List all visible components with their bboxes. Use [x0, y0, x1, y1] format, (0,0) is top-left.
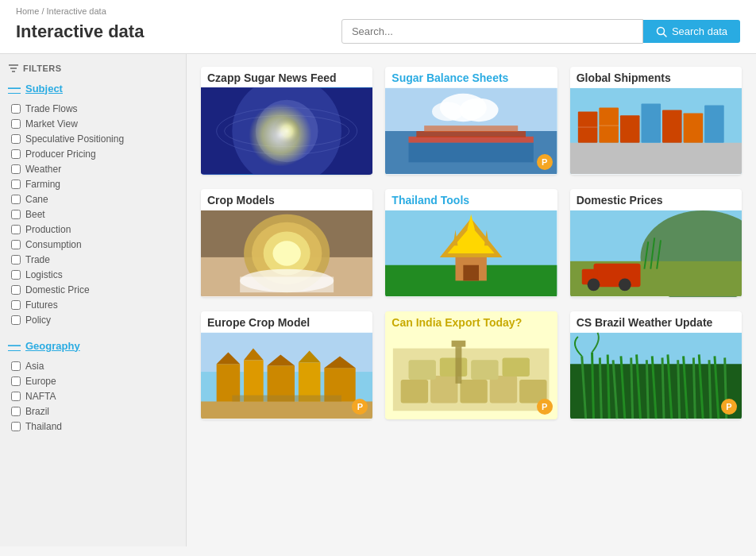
sugar-balance-svg — [385, 87, 557, 175]
checkbox-brazil[interactable] — [11, 407, 21, 416]
svg-rect-82 — [471, 360, 498, 380]
svg-rect-25 — [620, 115, 640, 142]
card-thailand-tools-image — [385, 210, 557, 297]
filter-section-subject: — Subject Trade Flows Market View Specul… — [8, 81, 178, 327]
svg-rect-27 — [662, 110, 682, 142]
card-thailand-tools[interactable]: Thailand Tools — [385, 189, 557, 297]
svg-rect-78 — [490, 376, 517, 403]
geography-filter-item: Asia — [8, 359, 178, 373]
svg-rect-76 — [430, 376, 457, 403]
card-domestic-prices-image — [570, 210, 742, 297]
svg-rect-77 — [461, 380, 488, 403]
svg-rect-24 — [599, 108, 619, 143]
geography-filter-item: Europe — [8, 374, 178, 388]
checkbox-farming[interactable] — [11, 180, 21, 189]
card-thailand-tools-wrapper — [385, 210, 557, 297]
subject-filter-item: Logistics — [8, 268, 178, 282]
card-global-shipments[interactable]: Global Shipments — [570, 67, 742, 175]
svg-rect-80 — [409, 360, 436, 380]
subject-filter-item: Trade — [8, 253, 178, 267]
checkbox-speculative[interactable] — [11, 134, 21, 144]
svg-rect-85 — [452, 341, 466, 347]
svg-line-89 — [592, 353, 593, 419]
geography-filter-item: Thailand — [8, 419, 178, 434]
checkbox-trade-flows[interactable] — [11, 104, 21, 114]
checkbox-beet[interactable] — [11, 210, 21, 219]
svg-rect-83 — [503, 357, 530, 376]
checkbox-consumption[interactable] — [11, 240, 21, 249]
card-sugar-balance-image — [385, 87, 557, 175]
card-crop-models-image — [201, 210, 372, 297]
checkbox-market-view[interactable] — [11, 119, 21, 129]
checkbox-thailand[interactable] — [11, 422, 21, 431]
svg-line-1 — [663, 33, 666, 37]
subject-filter-item: Production — [8, 222, 178, 237]
breadcrumb-current: Interactive data — [47, 6, 106, 16]
europe-crop-svg — [201, 332, 372, 419]
subject-filter-item: Weather — [8, 162, 178, 176]
cs-brazil-svg — [570, 332, 742, 419]
checkbox-europe[interactable] — [11, 376, 21, 386]
breadcrumb-home[interactable]: Home — [16, 6, 39, 16]
checkbox-trade[interactable] — [11, 255, 21, 264]
card-crop-models-title: Crop Models — [201, 189, 372, 210]
checkbox-production[interactable] — [11, 225, 21, 234]
checkbox-weather[interactable] — [11, 164, 21, 174]
card-europe-crop-image — [201, 332, 372, 419]
search-button[interactable]: Search data — [643, 20, 740, 43]
card-global-shipments-wrapper — [570, 87, 742, 175]
page-title: Interactive data — [16, 21, 144, 42]
svg-rect-71 — [201, 401, 372, 419]
card-domestic-prices[interactable]: Domestic Prices — [570, 189, 742, 297]
card-sugar-balance-wrapper: P — [385, 87, 557, 175]
card-czapp[interactable]: Czapp Sugar News Feed — [201, 67, 372, 175]
search-bar: Search data — [341, 19, 740, 44]
card-crop-models[interactable]: Crop Models — [201, 189, 372, 297]
subject-filter-item: Market View — [8, 117, 178, 131]
subject-section-title[interactable]: — Subject — [8, 81, 178, 95]
checkbox-asia[interactable] — [11, 361, 21, 371]
subject-filter-item: Trade Flows — [8, 102, 178, 116]
card-czapp-image — [201, 87, 372, 175]
filters-icon — [8, 64, 19, 73]
subject-filter-item: Cane — [8, 192, 178, 207]
sidebar: FILTERS — Subject Trade Flows Market Vie… — [0, 54, 187, 546]
svg-rect-81 — [440, 357, 467, 376]
svg-line-102 — [693, 357, 695, 419]
geography-filter-item: Brazil — [8, 404, 178, 419]
card-europe-crop[interactable]: Europe Crop Model — [201, 311, 372, 419]
svg-point-37 — [272, 241, 300, 265]
checkbox-domestic-price[interactable] — [11, 285, 21, 295]
search-input[interactable] — [341, 19, 643, 44]
card-domestic-prices-title: Domestic Prices — [570, 189, 742, 210]
svg-rect-29 — [704, 106, 724, 143]
header: Home / Interactive data Interactive data… — [0, 0, 756, 54]
checkbox-logistics[interactable] — [11, 270, 21, 280]
subject-filter-item: Farming — [8, 177, 178, 191]
checkbox-policy[interactable] — [11, 315, 21, 325]
card-sugar-balance[interactable]: Sugar Balance Sheets — [385, 67, 557, 175]
svg-point-15 — [460, 98, 499, 122]
card-india-export-wrapper: P — [385, 332, 557, 419]
card-india-export[interactable]: Can India Export Today? — [385, 311, 557, 419]
checkbox-nafta[interactable] — [11, 392, 21, 401]
checkbox-cane[interactable] — [11, 195, 21, 204]
card-europe-crop-title: Europe Crop Model — [201, 311, 372, 332]
card-cs-brazil[interactable]: CS Brazil Weather Update — [570, 311, 742, 419]
checkbox-futures[interactable] — [11, 300, 21, 310]
svg-line-91 — [608, 354, 609, 419]
geography-filter-item: NAFTA — [8, 389, 178, 403]
geography-section-title[interactable]: — Geography — [8, 338, 178, 353]
premium-badge-cs-brazil: P — [721, 399, 737, 415]
subject-filter-item: Futures — [8, 298, 178, 312]
card-europe-crop-wrapper: P — [201, 332, 372, 419]
card-crop-models-wrapper — [201, 210, 372, 297]
checkbox-producer-pricing[interactable] — [11, 149, 21, 159]
svg-point-55 — [619, 278, 631, 291]
cards-grid: Czapp Sugar News Feed — [201, 67, 742, 419]
card-global-shipments-image — [570, 87, 742, 175]
subject-filter-item: Policy — [8, 313, 178, 327]
card-czapp-title: Czapp Sugar News Feed — [201, 67, 372, 87]
svg-rect-28 — [683, 113, 703, 142]
svg-rect-19 — [424, 125, 518, 132]
